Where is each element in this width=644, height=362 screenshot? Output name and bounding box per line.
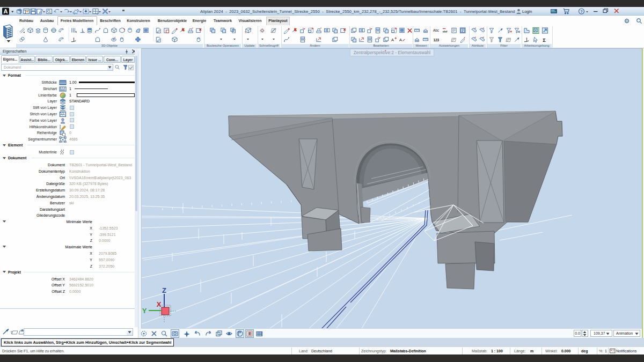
svg-text:A: A xyxy=(399,38,402,42)
svg-text:Abc: Abc xyxy=(433,28,440,32)
svg-text:Login: Login xyxy=(522,9,532,14)
svg-text:Σ: Σ xyxy=(543,38,546,43)
svg-text:123: 123 xyxy=(433,38,439,42)
svg-text:X: X xyxy=(157,300,162,308)
svg-text:A: A xyxy=(391,38,394,42)
svg-text:Y: Y xyxy=(142,307,147,315)
svg-text:A: A xyxy=(4,8,8,14)
svg-text:?: ? xyxy=(580,9,583,14)
svg-text:Z: Z xyxy=(162,286,166,294)
